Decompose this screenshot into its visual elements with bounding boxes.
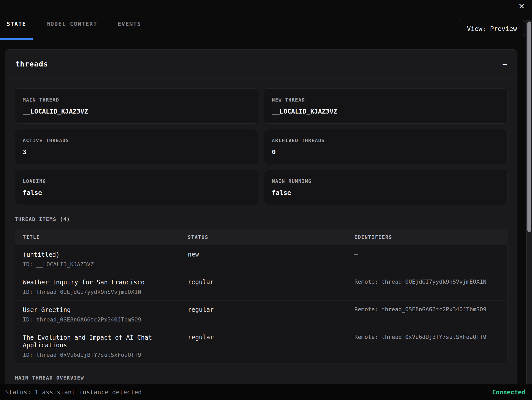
row-id: ID: thread_0SE8nGA66tc2Px340JTbmSO9 bbox=[23, 316, 188, 323]
row-identifiers: Remote: thread_0SE8nGA66tc2Px340JTbmSO9 bbox=[354, 306, 500, 323]
thread-items-table: TITLE STATUS IDENTIFIERS (untitled) ID: … bbox=[15, 229, 507, 363]
table-header-row: TITLE STATUS IDENTIFIERS bbox=[15, 229, 507, 245]
row-title: Weather Inquiry for San Francisco bbox=[23, 279, 188, 286]
threads-panel: threads − MAIN THREAD __LOCALID_KJAZ3VZ … bbox=[5, 49, 517, 384]
tab-state[interactable]: STATE bbox=[0, 0, 33, 40]
stat-card-active-threads: ACTIVE THREADS 3 bbox=[15, 129, 258, 164]
thread-stats-grid: MAIN THREAD __LOCALID_KJAZ3VZ NEW THREAD… bbox=[15, 88, 507, 205]
stat-card-main-running: MAIN RUNNING false bbox=[264, 170, 507, 205]
row-identifiers: Remote: thread_0xVu6dUjBfY7sulSxFoaQfT9 bbox=[354, 334, 500, 358]
table-row: The Evolution and Impact of AI Chat Appl… bbox=[15, 328, 507, 363]
status-text: Status: 1 assistant instance detected bbox=[5, 389, 142, 396]
scrollbar[interactable] bbox=[526, 20, 532, 384]
stat-label: NEW THREAD bbox=[272, 97, 500, 103]
stat-value: __LOCALID_KJAZ3VZ bbox=[23, 108, 250, 115]
table-row: User Greeting ID: thread_0SE8nGA66tc2Px3… bbox=[15, 300, 507, 328]
minus-icon: − bbox=[502, 60, 507, 69]
row-status: regular bbox=[188, 279, 354, 295]
threads-panel-body: MAIN THREAD __LOCALID_KJAZ3VZ NEW THREAD… bbox=[5, 79, 517, 384]
stat-value: 3 bbox=[23, 148, 250, 156]
row-id: ID: __LOCALID_KJAZ3VZ bbox=[23, 261, 188, 268]
stat-card-loading: LOADING false bbox=[15, 170, 258, 205]
tabs: STATE MODEL CONTEXT EVENTS bbox=[0, 0, 155, 40]
stat-label: LOADING bbox=[23, 178, 250, 184]
stat-label: MAIN THREAD bbox=[23, 97, 250, 103]
stat-value: false bbox=[272, 189, 500, 196]
status-bar: Status: 1 assistant instance detected Co… bbox=[0, 384, 532, 400]
stat-card-main-thread: MAIN THREAD __LOCALID_KJAZ3VZ bbox=[15, 88, 258, 124]
column-header-title: TITLE bbox=[23, 234, 188, 240]
panel-title: threads bbox=[15, 60, 48, 68]
stat-value: 0 bbox=[272, 148, 500, 156]
tab-events[interactable]: EVENTS bbox=[111, 0, 147, 40]
row-title: The Evolution and Impact of AI Chat Appl… bbox=[23, 334, 188, 349]
stat-value: __LOCALID_KJAZ3VZ bbox=[272, 108, 500, 115]
stat-card-new-thread: NEW THREAD __LOCALID_KJAZ3VZ bbox=[264, 88, 507, 124]
stat-label: ACTIVE THREADS bbox=[23, 138, 250, 143]
tab-bar: STATE MODEL CONTEXT EVENTS bbox=[0, 0, 532, 40]
content-viewport: threads − MAIN THREAD __LOCALID_KJAZ3VZ … bbox=[0, 40, 526, 384]
section-label-thread-items: THREAD ITEMS (4) bbox=[15, 216, 507, 222]
column-header-status: STATUS bbox=[188, 234, 354, 240]
scrollbar-thumb[interactable] bbox=[527, 21, 531, 232]
row-id: ID: thread_0xVu6dUjBfY7sulSxFoaQfT9 bbox=[23, 352, 188, 358]
close-icon[interactable]: ✕ bbox=[518, 3, 525, 10]
stat-value: false bbox=[23, 189, 250, 196]
connection-status: Connected bbox=[492, 389, 525, 396]
view-mode-button[interactable]: View: Preview bbox=[459, 20, 525, 37]
threads-panel-header: threads − bbox=[5, 50, 517, 79]
table-row: (untitled) ID: __LOCALID_KJAZ3VZ new – bbox=[15, 245, 507, 273]
row-identifiers: Remote: thread_0UEjdGI7yydk9nSVvjmEQX1N bbox=[354, 279, 500, 295]
row-identifiers: – bbox=[354, 251, 500, 268]
table-row: Weather Inquiry for San Francisco ID: th… bbox=[15, 273, 507, 300]
row-status: regular bbox=[188, 306, 354, 323]
row-status: regular bbox=[188, 334, 354, 358]
stat-label: MAIN RUNNING bbox=[272, 178, 500, 184]
stat-label: ARCHIVED THREADS bbox=[272, 138, 500, 143]
row-title: (untitled) bbox=[23, 251, 188, 259]
row-id: ID: thread_0UEjdGI7yydk9nSVvjmEQX1N bbox=[23, 289, 188, 295]
collapse-button[interactable]: − bbox=[502, 60, 507, 68]
row-title: User Greeting bbox=[23, 306, 188, 314]
tab-model-context[interactable]: MODEL CONTEXT bbox=[40, 0, 104, 40]
column-header-identifiers: IDENTIFIERS bbox=[354, 234, 500, 240]
row-status: new bbox=[188, 251, 354, 268]
stat-card-archived-threads: ARCHIVED THREADS 0 bbox=[264, 129, 507, 164]
section-label-main-thread-overview: MAIN THREAD OVERVIEW bbox=[15, 375, 507, 381]
